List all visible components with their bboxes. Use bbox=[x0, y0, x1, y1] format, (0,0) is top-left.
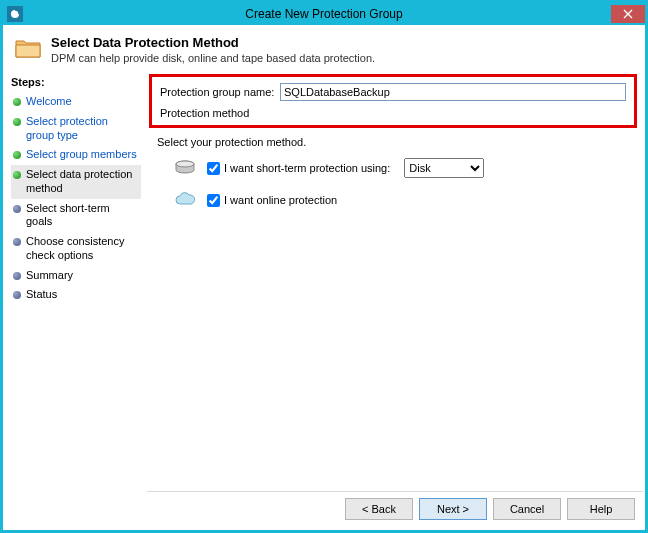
step-label: Select data protection method bbox=[26, 168, 139, 196]
step-label: Select short-term goals bbox=[26, 202, 139, 230]
step-label: Summary bbox=[26, 269, 73, 283]
group-name-label: Protection group name: bbox=[160, 86, 280, 98]
online-text: I want online protection bbox=[224, 194, 337, 206]
step-label[interactable]: Select group members bbox=[26, 148, 137, 162]
bullet-icon bbox=[13, 291, 21, 299]
short-term-media-select[interactable]: Disk bbox=[404, 158, 484, 178]
wizard-header: Select Data Protection Method DPM can he… bbox=[3, 25, 645, 70]
step-welcome[interactable]: Welcome bbox=[11, 92, 141, 112]
highlighted-section: Protection group name: Protection method bbox=[149, 74, 637, 128]
bullet-icon bbox=[13, 205, 21, 213]
titlebar: Create New Protection Group bbox=[3, 3, 645, 25]
step-label[interactable]: Select protection group type bbox=[26, 115, 139, 143]
cancel-button[interactable]: Cancel bbox=[493, 498, 561, 520]
steps-heading: Steps: bbox=[11, 76, 141, 88]
back-button[interactable]: < Back bbox=[345, 498, 413, 520]
page-title: Select Data Protection Method bbox=[51, 35, 375, 50]
bullet-icon bbox=[13, 98, 21, 106]
group-name-input[interactable] bbox=[280, 83, 626, 101]
step-group-members[interactable]: Select group members bbox=[11, 145, 141, 165]
bullet-icon bbox=[13, 118, 21, 126]
short-term-option: I want short-term protection using: Disk bbox=[173, 158, 635, 178]
protection-method-heading: Protection method bbox=[160, 107, 626, 119]
online-checkbox[interactable] bbox=[207, 194, 220, 207]
step-short-term-goals: Select short-term goals bbox=[11, 199, 141, 233]
wizard-window: Create New Protection Group Select Data … bbox=[0, 0, 648, 533]
step-status: Status bbox=[11, 285, 141, 305]
short-term-checkbox-label[interactable]: I want short-term protection using: bbox=[207, 162, 390, 175]
folder-icon bbox=[15, 37, 43, 61]
svg-point-2 bbox=[176, 161, 194, 167]
window-title: Create New Protection Group bbox=[3, 7, 645, 21]
online-option: I want online protection bbox=[173, 192, 635, 208]
bullet-icon bbox=[13, 272, 21, 280]
short-term-checkbox[interactable] bbox=[207, 162, 220, 175]
disk-icon bbox=[173, 160, 197, 176]
steps-sidebar: Steps: Welcome Select protection group t… bbox=[3, 70, 145, 530]
step-label: Choose consistency check options bbox=[26, 235, 139, 263]
step-label[interactable]: Welcome bbox=[26, 95, 72, 109]
online-checkbox-label[interactable]: I want online protection bbox=[207, 194, 337, 207]
cloud-icon bbox=[173, 192, 197, 208]
bullet-icon bbox=[13, 151, 21, 159]
bullet-icon bbox=[13, 238, 21, 246]
step-summary: Summary bbox=[11, 266, 141, 286]
step-protection-group-type[interactable]: Select protection group type bbox=[11, 112, 141, 146]
help-button[interactable]: Help bbox=[567, 498, 635, 520]
wizard-footer: < Back Next > Cancel Help bbox=[145, 492, 645, 530]
select-prompt: Select your protection method. bbox=[157, 136, 635, 148]
short-term-text: I want short-term protection using: bbox=[224, 162, 390, 174]
main-panel: Protection group name: Protection method… bbox=[145, 70, 645, 530]
page-subtitle: DPM can help provide disk, online and ta… bbox=[51, 52, 375, 64]
bullet-icon bbox=[13, 171, 21, 179]
next-button[interactable]: Next > bbox=[419, 498, 487, 520]
step-consistency-check: Choose consistency check options bbox=[11, 232, 141, 266]
step-label: Status bbox=[26, 288, 57, 302]
step-data-protection-method: Select data protection method bbox=[11, 165, 141, 199]
